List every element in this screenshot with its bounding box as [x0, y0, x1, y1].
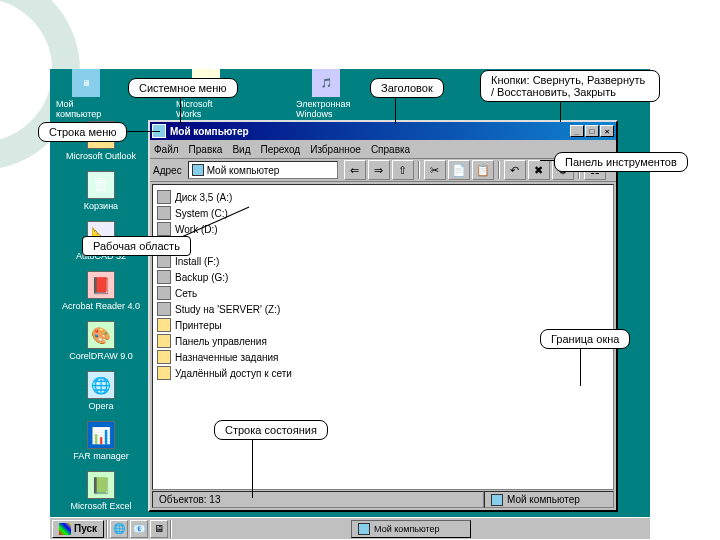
desktop-icon-column: 📧Microsoft Outlook 🗑Корзина 📐AutoCAD 32 …	[56, 121, 146, 521]
paste-button[interactable]: 📋	[472, 160, 494, 180]
media-icon: 🎵	[312, 69, 340, 97]
printer-icon	[157, 318, 171, 332]
annot-sysmenu: Системное меню	[128, 78, 238, 98]
quicklaunch-icon[interactable]: 🌐	[110, 520, 128, 538]
folder-icon	[157, 366, 171, 380]
corel-icon: 🎨	[87, 321, 115, 349]
list-item[interactable]: (E:)	[157, 237, 609, 253]
icon-label: Корзина	[84, 201, 118, 211]
excel-icon: 📗	[87, 471, 115, 499]
desktop-icon[interactable]: 📗Microsoft Excel	[56, 471, 146, 511]
computer-icon	[358, 523, 370, 535]
annot-title: Заголовок	[370, 78, 444, 98]
list-item[interactable]: Диск 3,5 (A:)	[157, 189, 609, 205]
quicklaunch-icon[interactable]: 📧	[130, 520, 148, 538]
titlebar[interactable]: Мой компьютер _ □ ×	[150, 122, 616, 140]
drive-icon	[157, 222, 171, 236]
window-title: Мой компьютер	[170, 126, 569, 137]
network-icon	[157, 286, 171, 300]
acrobat-icon: 📕	[87, 271, 115, 299]
drive-icon	[157, 254, 171, 268]
computer-icon: 🖥	[72, 69, 100, 97]
icon-label: FAR manager	[73, 451, 129, 461]
annot-workarea: Рабочая область	[82, 236, 191, 256]
cut-button[interactable]: ✂	[424, 160, 446, 180]
forward-button[interactable]: ⇒	[368, 160, 390, 180]
menu-file[interactable]: Файл	[154, 144, 179, 155]
list-item[interactable]: Study на 'SERVER' (Z:)	[157, 301, 609, 317]
floppy-icon	[157, 190, 171, 204]
list-item[interactable]: Сеть	[157, 285, 609, 301]
recycle-icon: 🗑	[87, 171, 115, 199]
computer-icon	[192, 164, 204, 176]
list-item[interactable]: Назначенные задания	[157, 349, 609, 365]
menubar: Файл Правка Вид Переход Избранное Справк…	[150, 140, 616, 158]
status-left: Объектов: 13	[152, 491, 484, 508]
annot-menubar: Строка меню	[38, 122, 127, 142]
list-item[interactable]: Install (F:)	[157, 253, 609, 269]
icon-label: Acrobat Reader 4.0	[62, 301, 140, 311]
delete-button[interactable]: ✖	[528, 160, 550, 180]
icon-label: Opera	[88, 401, 113, 411]
desktop-icon[interactable]: 📊FAR manager	[56, 421, 146, 461]
annot-statusbar: Строка состояния	[214, 420, 328, 440]
list-item[interactable]: System (C:)	[157, 205, 609, 221]
computer-icon	[491, 494, 503, 506]
copy-button[interactable]: 📄	[448, 160, 470, 180]
annot-winbuttons: Кнопки: Свернуть, Развернуть / Восстанов…	[480, 70, 660, 102]
explorer-window: Мой компьютер _ □ × Файл Правка Вид Пере…	[148, 120, 618, 512]
status-right: Мой компьютер	[484, 491, 614, 508]
back-button[interactable]: ⇐	[344, 160, 366, 180]
icon-label: CorelDRAW 9.0	[69, 351, 133, 361]
desktop-icon[interactable]: 🎨CorelDRAW 9.0	[56, 321, 146, 361]
far-icon: 📊	[87, 421, 115, 449]
drive-icon	[157, 270, 171, 284]
icon-label: Microsoft Excel	[70, 501, 131, 511]
up-button[interactable]: ⇧	[392, 160, 414, 180]
quicklaunch-icon[interactable]: 🖥	[150, 520, 168, 538]
list-item[interactable]: Удалённый доступ к сети	[157, 365, 609, 381]
menu-edit[interactable]: Правка	[189, 144, 223, 155]
desktop-icon[interactable]: 🌐Opera	[56, 371, 146, 411]
desktop-icon[interactable]: 🖥Мой компьютер	[56, 69, 116, 129]
drive-icon	[157, 206, 171, 220]
annot-toolbar: Панель инструментов	[554, 152, 688, 172]
desktop-icon[interactable]: 🗑Корзина	[56, 171, 146, 211]
start-button[interactable]: Пуск	[52, 520, 104, 538]
statusbar: Объектов: 13 Мой компьютер	[152, 491, 614, 508]
menu-view[interactable]: Вид	[232, 144, 250, 155]
address-box[interactable]: Мой компьютер	[188, 161, 338, 179]
taskbar: Пуск 🌐 📧 🖥 Мой компьютер	[50, 517, 650, 539]
undo-button[interactable]: ↶	[504, 160, 526, 180]
menu-favorites[interactable]: Избранное	[310, 144, 361, 155]
maximize-button[interactable]: □	[585, 125, 599, 137]
desktop: 🖥Мой компьютер 📄Microsoft Works 🎵Электро…	[50, 69, 650, 539]
folder-icon	[157, 350, 171, 364]
close-button[interactable]: ×	[600, 125, 614, 137]
netdrive-icon	[157, 302, 171, 316]
desktop-icon[interactable]: 📕Acrobat Reader 4.0	[56, 271, 146, 311]
annot-border: Граница окна	[540, 329, 630, 349]
taskbar-app-button[interactable]: Мой компьютер	[351, 520, 471, 538]
windows-logo-icon	[59, 523, 71, 535]
address-label: Адрес	[153, 165, 182, 176]
list-item[interactable]: Backup (G:)	[157, 269, 609, 285]
opera-icon: 🌐	[87, 371, 115, 399]
menu-help[interactable]: Справка	[371, 144, 410, 155]
menu-go[interactable]: Переход	[260, 144, 300, 155]
folder-icon	[157, 334, 171, 348]
toolbar: Адрес Мой компьютер ⇐ ⇒ ⇧ ✂ 📄 📋 ↶ ✖ ⚙ ☷	[150, 158, 616, 182]
list-item[interactable]: Work (D:)	[157, 221, 609, 237]
icon-label: Microsoft Outlook	[66, 151, 136, 161]
minimize-button[interactable]: _	[570, 125, 584, 137]
